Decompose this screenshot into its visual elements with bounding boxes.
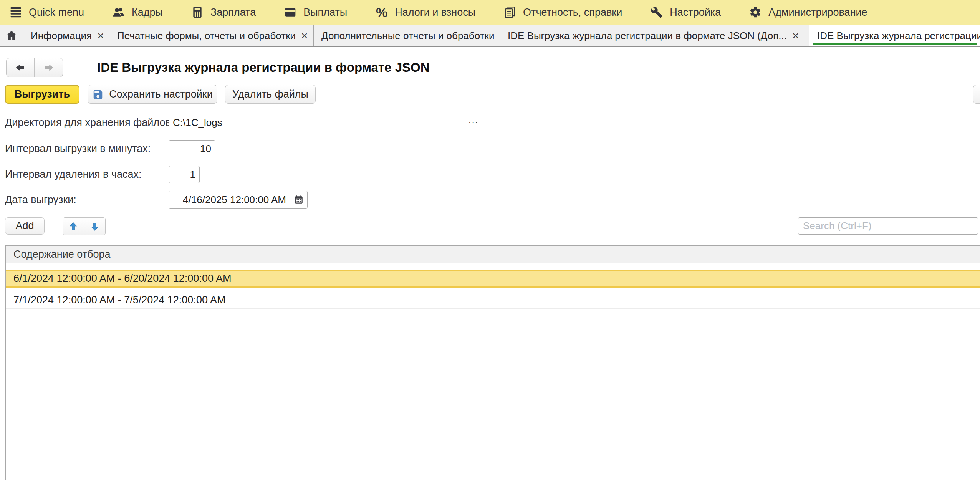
browse-button[interactable]: ... bbox=[465, 114, 482, 131]
save-settings-label: Сохранить настройки bbox=[109, 88, 212, 100]
home-icon bbox=[5, 29, 18, 42]
ellipsis-icon: ... bbox=[468, 118, 478, 127]
arrow-up-icon bbox=[68, 221, 79, 232]
add-button-label: Add bbox=[15, 220, 34, 232]
tab-close-icon[interactable]: × bbox=[301, 30, 308, 41]
export-button-label: Выгрузить bbox=[15, 88, 70, 100]
menu-item-label: Отчетность, справки bbox=[523, 7, 622, 18]
history-nav-group bbox=[6, 58, 63, 77]
menu-item-label: Налоги и взносы bbox=[395, 7, 475, 18]
report-icon bbox=[503, 6, 516, 19]
gear-icon bbox=[749, 6, 762, 19]
main-menu-bar: Quick menu Кадры Зарплата Выплаты % Нало… bbox=[0, 0, 980, 25]
card-icon bbox=[284, 6, 297, 19]
menu-item-label: Зарплата bbox=[210, 7, 256, 18]
tab-label: IDE Выгрузка журнала регистрации bbox=[817, 30, 980, 42]
directory-field-group: ... bbox=[169, 114, 482, 131]
tab-label: Информация bbox=[31, 30, 92, 42]
menu-item-label: Настройка bbox=[670, 7, 721, 18]
save-icon bbox=[92, 89, 104, 100]
menu-item-label: Выплаты bbox=[303, 7, 347, 18]
percent-icon: % bbox=[375, 6, 388, 19]
upload-date-field-group bbox=[169, 191, 308, 209]
calendar-icon bbox=[294, 195, 304, 205]
add-button[interactable]: Add bbox=[5, 217, 45, 235]
tab-dopolnitelnye-otchety[interactable]: Дополнительные отчеты и обработки × bbox=[314, 25, 500, 46]
menu-item-label: Администрирование bbox=[768, 7, 867, 18]
app-window: Quick menu Кадры Зарплата Выплаты % Нало… bbox=[0, 0, 980, 480]
people-icon bbox=[112, 6, 125, 19]
move-up-button[interactable] bbox=[63, 218, 84, 235]
menu-item-nastroika[interactable]: Настройка bbox=[650, 6, 721, 19]
more-button-partial[interactable] bbox=[973, 85, 980, 104]
directory-input[interactable] bbox=[169, 114, 465, 131]
save-settings-button[interactable]: Сохранить настройки bbox=[88, 85, 217, 104]
delete-files-label: Удалить файлы bbox=[232, 88, 308, 100]
hamburger-icon bbox=[9, 6, 22, 19]
tab-ide-vygruzka-active[interactable]: IDE Выгрузка журнала регистрации bbox=[809, 25, 980, 46]
forward-button[interactable] bbox=[35, 58, 63, 77]
tab-label: IDE Выгрузка журнала регистрации в форма… bbox=[508, 30, 787, 42]
back-arrow-icon bbox=[15, 62, 26, 73]
selections-table: Содержание отбора 6/1/2024 12:00:00 AM -… bbox=[5, 245, 980, 480]
menu-item-vyplaty[interactable]: Выплаты bbox=[284, 6, 347, 19]
table-spacer bbox=[6, 263, 980, 270]
tab-bar: Информация × Печатные формы, отчеты и об… bbox=[0, 25, 980, 47]
table-spacer bbox=[6, 288, 980, 291]
tab-home[interactable] bbox=[0, 25, 23, 46]
back-button[interactable] bbox=[7, 58, 35, 77]
table-column-header: Содержание отбора bbox=[6, 246, 980, 263]
upload-date-input[interactable] bbox=[169, 191, 290, 208]
tab-label: Дополнительные отчеты и обработки bbox=[321, 30, 494, 42]
move-down-button[interactable] bbox=[84, 218, 105, 235]
page-title: IDE Выгрузка журнала регистрации в форма… bbox=[97, 58, 430, 77]
export-button[interactable]: Выгрузить bbox=[5, 85, 79, 104]
directory-label: Директория для хранения файлов: bbox=[5, 114, 174, 131]
tab-close-icon[interactable]: × bbox=[97, 30, 104, 41]
menu-item-kadry[interactable]: Кадры bbox=[112, 6, 163, 19]
tab-label: Печатные формы, отчеты и обработки bbox=[117, 30, 296, 42]
menu-item-zarplata[interactable]: Зарплата bbox=[191, 6, 256, 19]
tab-pechatnye-formy[interactable]: Печатные формы, отчеты и обработки × bbox=[109, 25, 314, 46]
active-tab-underline bbox=[813, 43, 977, 45]
delete-interval-label: Интервал удаления в часах: bbox=[5, 166, 141, 183]
menu-item-otchetnost[interactable]: Отчетность, справки bbox=[503, 6, 622, 19]
reorder-group bbox=[63, 217, 106, 235]
delete-files-button[interactable]: Удалить файлы bbox=[225, 85, 316, 104]
table-row[interactable]: 7/1/2024 12:00:00 AM - 7/5/2024 12:00:00… bbox=[6, 291, 980, 309]
menu-item-quick-menu[interactable]: Quick menu bbox=[9, 6, 84, 19]
upload-date-label: Дата выгрузки: bbox=[5, 191, 76, 209]
menu-item-label: Кадры bbox=[132, 7, 163, 18]
upload-interval-input[interactable] bbox=[169, 140, 215, 157]
tab-ide-vygruzka-dop[interactable]: IDE Выгрузка журнала регистрации в форма… bbox=[500, 25, 809, 46]
calendar-button[interactable] bbox=[290, 191, 307, 208]
tab-informatsiya[interactable]: Информация × bbox=[23, 25, 109, 46]
arrow-down-icon bbox=[89, 221, 100, 232]
menu-item-administrirovanie[interactable]: Администрирование bbox=[749, 6, 867, 19]
upload-interval-label: Интервал выгрузки в минутах: bbox=[5, 140, 151, 157]
tab-close-icon[interactable]: × bbox=[792, 30, 799, 41]
menu-item-label: Quick menu bbox=[29, 7, 84, 18]
calculator-icon bbox=[191, 6, 204, 19]
wrench-icon bbox=[650, 6, 663, 19]
forward-arrow-icon bbox=[43, 62, 55, 73]
search-input[interactable] bbox=[798, 217, 978, 235]
delete-interval-input[interactable] bbox=[169, 166, 200, 183]
table-row-selected[interactable]: 6/1/2024 12:00:00 AM - 6/20/2024 12:00:0… bbox=[6, 270, 980, 288]
menu-item-nalogi[interactable]: % Налоги и взносы bbox=[375, 6, 475, 19]
